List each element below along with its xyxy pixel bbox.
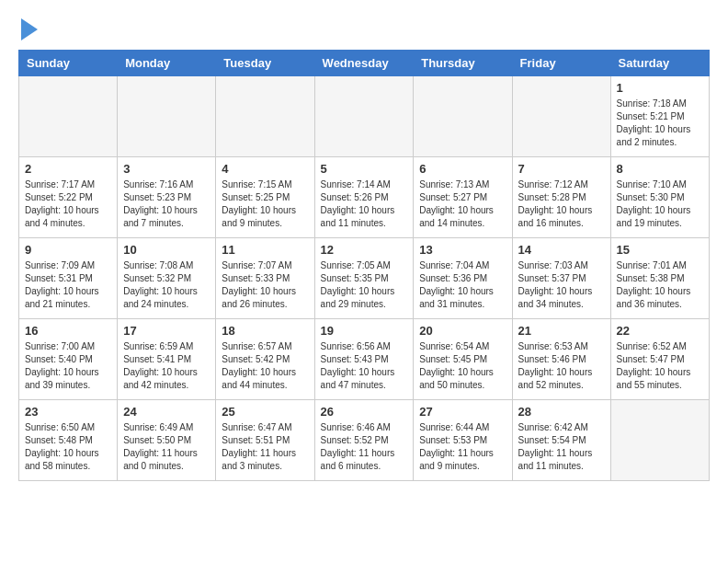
day-info: Sunrise: 7:07 AM Sunset: 5:33 PM Dayligh…	[222, 259, 308, 311]
day-info: Sunrise: 6:56 AM Sunset: 5:43 PM Dayligh…	[321, 340, 408, 392]
calendar-cell: 21Sunrise: 6:53 AM Sunset: 5:46 PM Dayli…	[512, 319, 610, 400]
week-row-1: 2Sunrise: 7:17 AM Sunset: 5:22 PM Daylig…	[19, 157, 710, 238]
day-number: 23	[25, 405, 111, 419]
day-number: 19	[321, 324, 408, 338]
calendar-cell: 10Sunrise: 7:08 AM Sunset: 5:32 PM Dayli…	[118, 238, 216, 319]
day-number: 13	[419, 243, 506, 257]
calendar-cell: 13Sunrise: 7:04 AM Sunset: 5:36 PM Dayli…	[414, 238, 512, 319]
day-number: 12	[321, 243, 408, 257]
day-number: 11	[222, 243, 308, 257]
calendar-cell: 7Sunrise: 7:12 AM Sunset: 5:28 PM Daylig…	[512, 157, 610, 238]
day-number: 8	[617, 162, 703, 176]
day-number: 26	[321, 405, 408, 419]
day-info: Sunrise: 6:42 AM Sunset: 5:54 PM Dayligh…	[518, 421, 605, 473]
weekday-header-tuesday: Tuesday	[216, 51, 314, 76]
day-number: 5	[321, 162, 408, 176]
day-info: Sunrise: 6:53 AM Sunset: 5:46 PM Dayligh…	[518, 340, 605, 392]
day-number: 21	[518, 324, 605, 338]
calendar-cell: 25Sunrise: 6:47 AM Sunset: 5:51 PM Dayli…	[216, 400, 314, 481]
calendar-cell: 16Sunrise: 7:00 AM Sunset: 5:40 PM Dayli…	[19, 319, 118, 400]
calendar-cell: 17Sunrise: 6:59 AM Sunset: 5:41 PM Dayli…	[118, 319, 216, 400]
day-info: Sunrise: 7:08 AM Sunset: 5:32 PM Dayligh…	[123, 259, 210, 311]
calendar-cell	[610, 400, 709, 481]
calendar-cell	[414, 76, 512, 157]
calendar-cell: 4Sunrise: 7:15 AM Sunset: 5:25 PM Daylig…	[216, 157, 314, 238]
day-info: Sunrise: 6:49 AM Sunset: 5:50 PM Dayligh…	[123, 421, 210, 473]
day-number: 22	[617, 324, 703, 338]
calendar-cell	[216, 76, 314, 157]
day-info: Sunrise: 6:44 AM Sunset: 5:53 PM Dayligh…	[419, 421, 506, 473]
calendar-cell: 12Sunrise: 7:05 AM Sunset: 5:35 PM Dayli…	[314, 238, 414, 319]
weekday-header-monday: Monday	[118, 51, 216, 76]
calendar-cell	[512, 76, 610, 157]
calendar-table: SundayMondayTuesdayWednesdayThursdayFrid…	[18, 50, 710, 481]
calendar-cell: 28Sunrise: 6:42 AM Sunset: 5:54 PM Dayli…	[512, 400, 610, 481]
logo-arrow-icon	[21, 18, 38, 40]
day-info: Sunrise: 7:03 AM Sunset: 5:37 PM Dayligh…	[518, 259, 605, 311]
week-row-3: 16Sunrise: 7:00 AM Sunset: 5:40 PM Dayli…	[19, 319, 710, 400]
calendar-cell: 20Sunrise: 6:54 AM Sunset: 5:45 PM Dayli…	[414, 319, 512, 400]
calendar-cell: 2Sunrise: 7:17 AM Sunset: 5:22 PM Daylig…	[19, 157, 118, 238]
calendar-cell: 22Sunrise: 6:52 AM Sunset: 5:47 PM Dayli…	[610, 319, 709, 400]
calendar-cell: 1Sunrise: 7:18 AM Sunset: 5:21 PM Daylig…	[610, 76, 709, 157]
day-info: Sunrise: 6:57 AM Sunset: 5:42 PM Dayligh…	[222, 340, 308, 392]
day-info: Sunrise: 6:52 AM Sunset: 5:47 PM Dayligh…	[617, 340, 703, 392]
weekday-header-sunday: Sunday	[19, 51, 118, 76]
calendar-cell: 19Sunrise: 6:56 AM Sunset: 5:43 PM Dayli…	[314, 319, 414, 400]
day-info: Sunrise: 7:14 AM Sunset: 5:26 PM Dayligh…	[321, 178, 408, 230]
day-number: 14	[518, 243, 605, 257]
day-number: 27	[419, 405, 506, 419]
week-row-2: 9Sunrise: 7:09 AM Sunset: 5:31 PM Daylig…	[19, 238, 710, 319]
calendar-cell: 3Sunrise: 7:16 AM Sunset: 5:23 PM Daylig…	[118, 157, 216, 238]
day-number: 20	[419, 324, 506, 338]
day-info: Sunrise: 7:10 AM Sunset: 5:30 PM Dayligh…	[617, 178, 703, 230]
calendar-cell: 15Sunrise: 7:01 AM Sunset: 5:38 PM Dayli…	[610, 238, 709, 319]
calendar-cell: 18Sunrise: 6:57 AM Sunset: 5:42 PM Dayli…	[216, 319, 314, 400]
week-row-0: 1Sunrise: 7:18 AM Sunset: 5:21 PM Daylig…	[19, 76, 710, 157]
day-info: Sunrise: 7:09 AM Sunset: 5:31 PM Dayligh…	[25, 259, 111, 311]
calendar-cell: 24Sunrise: 6:49 AM Sunset: 5:50 PM Dayli…	[118, 400, 216, 481]
calendar-cell: 8Sunrise: 7:10 AM Sunset: 5:30 PM Daylig…	[610, 157, 709, 238]
day-number: 2	[25, 162, 111, 176]
calendar-cell: 26Sunrise: 6:46 AM Sunset: 5:52 PM Dayli…	[314, 400, 414, 481]
day-number: 4	[222, 162, 308, 176]
day-number: 10	[123, 243, 210, 257]
page-header	[18, 18, 710, 40]
day-number: 25	[222, 405, 308, 419]
weekday-header-wednesday: Wednesday	[314, 51, 414, 76]
day-number: 7	[518, 162, 605, 176]
day-number: 6	[419, 162, 506, 176]
day-number: 24	[123, 405, 210, 419]
week-row-4: 23Sunrise: 6:50 AM Sunset: 5:48 PM Dayli…	[19, 400, 710, 481]
day-info: Sunrise: 7:01 AM Sunset: 5:38 PM Dayligh…	[617, 259, 703, 311]
day-number: 1	[617, 81, 703, 95]
calendar-cell	[314, 76, 414, 157]
day-number: 16	[25, 324, 111, 338]
logo	[18, 18, 38, 40]
day-number: 17	[123, 324, 210, 338]
day-number: 28	[518, 405, 605, 419]
calendar-cell: 14Sunrise: 7:03 AM Sunset: 5:37 PM Dayli…	[512, 238, 610, 319]
day-info: Sunrise: 7:12 AM Sunset: 5:28 PM Dayligh…	[518, 178, 605, 230]
day-info: Sunrise: 6:47 AM Sunset: 5:51 PM Dayligh…	[222, 421, 308, 473]
calendar-cell: 11Sunrise: 7:07 AM Sunset: 5:33 PM Dayli…	[216, 238, 314, 319]
day-info: Sunrise: 7:17 AM Sunset: 5:22 PM Dayligh…	[25, 178, 111, 230]
day-info: Sunrise: 7:15 AM Sunset: 5:25 PM Dayligh…	[222, 178, 308, 230]
calendar-cell: 5Sunrise: 7:14 AM Sunset: 5:26 PM Daylig…	[314, 157, 414, 238]
weekday-header-saturday: Saturday	[610, 51, 709, 76]
day-info: Sunrise: 6:54 AM Sunset: 5:45 PM Dayligh…	[419, 340, 506, 392]
day-info: Sunrise: 7:13 AM Sunset: 5:27 PM Dayligh…	[419, 178, 506, 230]
calendar-cell: 23Sunrise: 6:50 AM Sunset: 5:48 PM Dayli…	[19, 400, 118, 481]
day-info: Sunrise: 7:05 AM Sunset: 5:35 PM Dayligh…	[321, 259, 408, 311]
day-number: 9	[25, 243, 111, 257]
day-info: Sunrise: 7:18 AM Sunset: 5:21 PM Dayligh…	[617, 98, 703, 149]
day-info: Sunrise: 7:16 AM Sunset: 5:23 PM Dayligh…	[123, 178, 210, 230]
calendar-header-row: SundayMondayTuesdayWednesdayThursdayFrid…	[19, 51, 710, 76]
calendar-cell: 27Sunrise: 6:44 AM Sunset: 5:53 PM Dayli…	[414, 400, 512, 481]
calendar-cell: 6Sunrise: 7:13 AM Sunset: 5:27 PM Daylig…	[414, 157, 512, 238]
calendar-cell: 9Sunrise: 7:09 AM Sunset: 5:31 PM Daylig…	[19, 238, 118, 319]
day-info: Sunrise: 6:50 AM Sunset: 5:48 PM Dayligh…	[25, 421, 111, 473]
day-info: Sunrise: 7:04 AM Sunset: 5:36 PM Dayligh…	[419, 259, 506, 311]
day-info: Sunrise: 6:59 AM Sunset: 5:41 PM Dayligh…	[123, 340, 210, 392]
weekday-header-friday: Friday	[512, 51, 610, 76]
